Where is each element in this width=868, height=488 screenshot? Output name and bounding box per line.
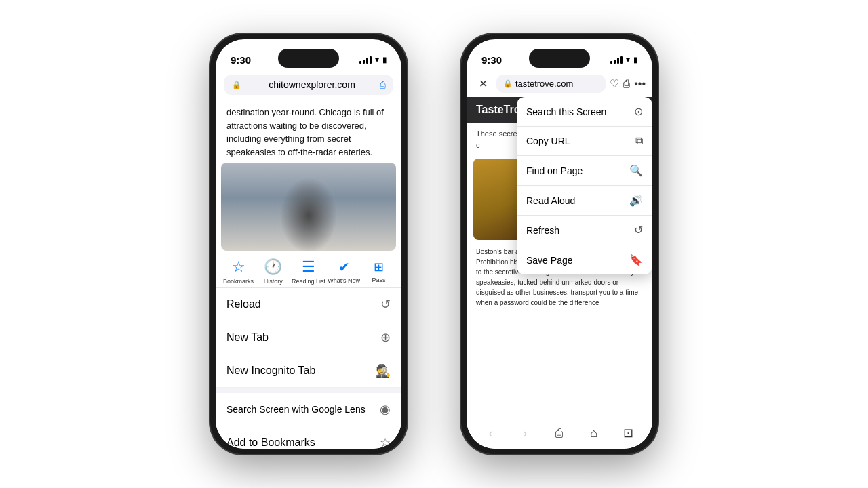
dropdown-item-copy-url[interactable]: Copy URL ⧉ (517, 127, 652, 156)
google-lens-icon: ◉ (380, 402, 391, 417)
wifi-icon-right: ▾ (626, 55, 630, 64)
toolbar-label-bookmarks: Bookmarks (223, 278, 254, 285)
dropdown-item-search-screen[interactable]: Search this Screen ⊙ (517, 97, 652, 127)
menu-item-incognito[interactable]: New Incognito Tab 🕵 (216, 354, 401, 388)
toolbar-item-history[interactable]: 🕐 History (257, 258, 290, 285)
toolbar-label-history: History (264, 278, 283, 285)
whats-new-icon: ✔ (338, 259, 350, 275)
menu-separator-1 (216, 388, 401, 393)
signal-bars-left (359, 56, 372, 64)
signal-bar-4 (370, 56, 372, 64)
toolbar-item-pass[interactable]: ⊞ Pass (362, 260, 395, 283)
find-on-page-icon: 🔍 (629, 164, 643, 177)
search-screen-icon: ⊙ (634, 105, 643, 118)
search-screen-label: Search this Screen (526, 106, 606, 117)
dropdown-menu: Search this Screen ⊙ Copy URL ⧉ Find on … (517, 97, 652, 274)
phone-left: 9:30 ▾ ▮ 🔒 chitownexplorer.com ⎙ (210, 34, 407, 454)
refresh-icon: ↺ (634, 224, 643, 237)
share-nav-button-right[interactable]: ⎙ (547, 426, 572, 441)
dropdown-item-find-on-page[interactable]: Find on Page 🔍 (517, 156, 652, 186)
menu-item-bookmarks[interactable]: Add to Bookmarks ☆ (216, 426, 401, 449)
signal-bars-right (610, 56, 623, 64)
wifi-icon-left: ▾ (375, 55, 379, 64)
signal-bar-3 (366, 58, 368, 64)
bottom-nav-right: ‹ › ⎙ ⌂ ⊡ (467, 420, 652, 449)
toolbar-label-reading-list: Reading List (292, 278, 326, 285)
refresh-label: Refresh (526, 225, 559, 236)
signal-bar-r3 (617, 58, 619, 64)
tabs-button-right[interactable]: ⊡ (616, 426, 641, 441)
incognito-icon: 🕵 (376, 363, 391, 378)
forward-button-right[interactable]: › (513, 426, 537, 441)
url-text-left: chitownexplorer.com (244, 79, 380, 90)
toolbar-label-pass: Pass (372, 277, 385, 283)
history-icon: 🕐 (264, 258, 282, 276)
status-icons-left: ▾ ▮ (359, 55, 387, 64)
menu-item-google-lens-label: Search Screen with Google Lens (226, 404, 366, 415)
lock-icon-right: 🔒 (503, 79, 513, 88)
address-bar-left[interactable]: 🔒 chitownexplorer.com ⎙ (224, 75, 393, 95)
reading-list-icon: ☰ (302, 258, 315, 276)
url-text-right: tastetrove.com (515, 79, 573, 89)
phone-right: 9:30 ▾ ▮ ✕ 🔒 tastetrove.com (461, 34, 658, 454)
article-image-inner (221, 163, 396, 251)
toolbar-item-bookmarks[interactable]: ☆ Bookmarks (222, 258, 255, 285)
dynamic-island-right (529, 49, 590, 68)
signal-bar-r2 (614, 60, 616, 64)
back-button-right[interactable]: ‹ (478, 426, 502, 441)
menu-item-incognito-label: New Incognito Tab (226, 365, 315, 377)
webpage-content: TasteTrove These secretive nostalgic, vi… (467, 97, 652, 420)
lock-icon-left: 🔒 (232, 81, 241, 89)
article-image-left (221, 163, 396, 251)
phone-right-screen: 9:30 ▾ ▮ ✕ 🔒 tastetrove.com (467, 39, 652, 449)
add-bookmark-icon: ☆ (380, 435, 391, 449)
signal-bar-r1 (610, 61, 612, 64)
toolbar-item-whats-new[interactable]: ✔ What's New (328, 259, 360, 284)
save-page-label: Save Page (526, 255, 573, 266)
menu-item-new-tab[interactable]: New Tab ⊕ (216, 321, 401, 354)
toolbar-label-whats-new: What's New (328, 277, 360, 284)
menu-item-bookmarks-label: Add to Bookmarks (226, 436, 315, 449)
menu-item-reload-label: Reload (226, 298, 261, 310)
article-text-left: destination year-round. Chicago is full … (216, 100, 401, 163)
home-button-right[interactable]: ⌂ (582, 426, 606, 441)
dropdown-item-save-page[interactable]: Save Page 🔖 (517, 245, 652, 274)
copy-url-label: Copy URL (526, 136, 570, 146)
signal-bar-2 (363, 60, 365, 64)
save-page-icon: 🔖 (629, 253, 643, 266)
more-menu-button[interactable]: ••• (634, 78, 646, 90)
bookmarks-icon: ☆ (232, 258, 245, 276)
address-bar-actions-right: ♡ ⎙ ••• (610, 77, 646, 90)
signal-bar-r4 (620, 56, 623, 64)
menu-item-reload[interactable]: Reload ↺ (216, 288, 401, 321)
close-tab-button[interactable]: ✕ (473, 77, 492, 90)
read-aloud-icon: 🔊 (629, 194, 643, 207)
battery-icon-right: ▮ (633, 56, 637, 64)
copy-url-icon: ⧉ (635, 135, 643, 147)
bookmark-button-right[interactable]: ♡ (610, 77, 619, 90)
menu-list: Reload ↺ New Tab ⊕ New Incognito Tab 🕵 S… (216, 287, 401, 449)
read-aloud-label: Read Aloud (526, 195, 575, 206)
signal-bar-1 (359, 61, 361, 64)
address-bar-right: ✕ 🔒 tastetrove.com ♡ ⎙ ••• (473, 75, 646, 93)
dropdown-item-refresh[interactable]: Refresh ↺ (517, 216, 652, 245)
dynamic-island-left (278, 49, 339, 68)
status-time-right: 9:30 (481, 54, 502, 66)
status-icons-right: ▾ ▮ (610, 55, 637, 64)
reload-icon: ↺ (380, 297, 391, 312)
url-pill-right[interactable]: 🔒 tastetrove.com (496, 75, 606, 93)
new-tab-icon: ⊕ (380, 330, 391, 345)
toolbar-icons: ☆ Bookmarks 🕐 History ☰ Reading List ✔ W… (216, 251, 401, 287)
share-button-left[interactable]: ⎙ (380, 79, 385, 90)
share-button-right[interactable]: ⎙ (623, 78, 630, 90)
battery-icon-left: ▮ (382, 56, 387, 64)
phone-left-screen: 9:30 ▾ ▮ 🔒 chitownexplorer.com ⎙ (216, 39, 401, 449)
menu-item-google-lens[interactable]: Search Screen with Google Lens ◉ (216, 393, 401, 426)
menu-item-new-tab-label: New Tab (226, 331, 269, 344)
pass-icon: ⊞ (374, 260, 384, 274)
toolbar-item-reading-list[interactable]: ☰ Reading List (292, 258, 326, 285)
scene: 9:30 ▾ ▮ 🔒 chitownexplorer.com ⎙ (0, 0, 868, 488)
find-on-page-label: Find on Page (526, 165, 583, 176)
dropdown-item-read-aloud[interactable]: Read Aloud 🔊 (517, 186, 652, 216)
status-time-left: 9:30 (231, 54, 251, 66)
